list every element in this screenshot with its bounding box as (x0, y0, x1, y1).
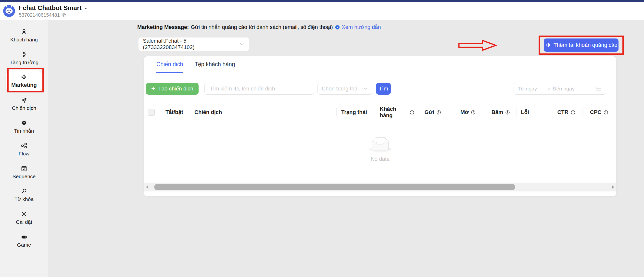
sidebar-item-messages[interactable]: Tin nhắn (0, 115, 48, 138)
info-circle-icon[interactable] (410, 110, 414, 115)
select-all-checkbox[interactable] (148, 109, 155, 116)
horizontal-scrollbar[interactable] (144, 182, 616, 192)
scroll-right-icon[interactable] (612, 185, 614, 189)
col-header-select (144, 106, 159, 119)
info-circle-icon[interactable] (570, 110, 576, 115)
empty-box-icon (368, 137, 392, 152)
col-label: Bấm (492, 109, 503, 116)
empty-text: No data (371, 156, 390, 162)
col-label: CTR (557, 109, 568, 116)
sidebar-item-keywords[interactable]: Từ khóa (0, 184, 48, 206)
chevron-down-icon (363, 86, 368, 91)
annotation-box-add-account: Thêm tài khoản quảng cáo (538, 36, 624, 55)
col-header-cpc: CPC (582, 106, 616, 119)
add-ad-account-button[interactable]: Thêm tài khoản quảng cáo (544, 38, 618, 52)
sidebar-item-label: Sequence (12, 174, 36, 180)
scroll-left-icon[interactable] (146, 185, 148, 189)
sidebar-item-label: Tăng trưởng (10, 60, 38, 66)
guide-link[interactable]: Xem hướng dẫn (335, 24, 381, 30)
sidebar-item-settings[interactable]: Cài đặt (0, 206, 48, 229)
tab-campaigns[interactable]: Chiến dịch (156, 56, 183, 73)
table-header-row: Tắt/bật Chiến dịch Trạng thái Khách hàng… (144, 106, 616, 120)
col-label: Trạng thái (341, 109, 367, 116)
app-window: Fchat Chatbot Smart 537021406154481 (0, 0, 644, 277)
status-select-placeholder: Chọn trạng thái (322, 86, 358, 92)
create-campaign-button[interactable]: + Tạo chiến dịch (146, 83, 198, 94)
info-circle-icon[interactable] (603, 110, 608, 115)
megaphone-icon (21, 74, 28, 80)
search-button[interactable]: Tìm (376, 83, 391, 94)
message-gear-icon (21, 120, 28, 126)
col-header-campaign: Chiến dịch (191, 106, 336, 119)
page-select-value: Salemall.Fchat - 5 (2733322083474102) (143, 38, 239, 50)
person-icon (21, 28, 28, 35)
status-select[interactable]: Chọn trạng thái (318, 83, 372, 94)
magnet-icon (21, 51, 28, 58)
info-circle-icon[interactable] (471, 110, 476, 115)
sidebar-item-label: Khách hàng (10, 37, 38, 43)
send-icon (21, 97, 28, 104)
sidebar-item-campaigns[interactable]: Chiến dịch (0, 92, 48, 115)
col-label: Tắt/bật (166, 109, 183, 116)
copy-icon[interactable] (62, 13, 67, 18)
calendar-check-icon (21, 165, 28, 172)
marketing-message-intro: Marketing Message: Gửi tin nhắn quảng cá… (137, 24, 381, 30)
intro-description: Gửi tin nhắn quảng cáo tới danh sách (em… (191, 24, 333, 30)
sidebar: Khách hàng Tăng trưởng Marketing (0, 20, 48, 277)
main-content: Marketing Message: Gửi tin nhắn quảng cá… (48, 20, 644, 277)
sidebar-item-flow[interactable]: Flow (0, 138, 48, 161)
tab-label: Chiến dịch (156, 61, 183, 68)
col-header-status: Trạng thái (336, 106, 377, 119)
calendar-icon (596, 86, 602, 92)
page-select[interactable]: Salemall.Fchat - 5 (2733322083474102) (138, 37, 249, 51)
plus-icon: + (151, 85, 155, 92)
tab-customer-files[interactable]: Tệp khách hàng (195, 56, 235, 73)
info-circle-icon[interactable] (505, 110, 510, 115)
page-title: Fchat Chatbot Smart (19, 4, 82, 12)
col-header-open: Mở (451, 106, 485, 119)
sidebar-item-game[interactable]: Game (0, 229, 48, 252)
campaigns-toolbar: + Tạo chiến dịch Chọn trạng thái Tìm (146, 83, 614, 94)
date-range-picker[interactable] (514, 83, 606, 94)
annotation-arrow (458, 39, 497, 52)
col-label: Lỗi (516, 109, 529, 116)
col-header-error: Lỗi (516, 106, 550, 119)
campaign-search-input[interactable] (204, 83, 314, 94)
sidebar-item-marketing[interactable]: Marketing (6, 70, 42, 92)
keyword-search-icon (21, 188, 28, 195)
add-ad-account-label: Thêm tài khoản quảng cáo (554, 42, 618, 48)
sidebar-item-label: Chiến dịch (12, 105, 36, 111)
info-circle-icon[interactable] (436, 110, 441, 115)
col-label: CPC (590, 109, 601, 116)
gamepad-icon (21, 234, 28, 240)
top-accent-bar (0, 0, 644, 2)
sidebar-item-customers[interactable]: Khách hàng (0, 24, 48, 47)
sidebar-item-label: Cài đặt (16, 219, 32, 225)
col-label: Gửi (424, 109, 434, 116)
app-logo-robot-icon[interactable] (3, 5, 15, 17)
empty-state: No data (144, 137, 616, 162)
sidebar-item-label: Marketing (11, 82, 37, 88)
col-header-ctr: CTR (550, 106, 582, 119)
date-from-input[interactable] (518, 86, 544, 92)
play-circle-icon (335, 25, 340, 30)
sidebar-item-label: Flow (19, 151, 30, 157)
col-label: Mở (460, 109, 469, 116)
date-to-input[interactable] (552, 86, 579, 92)
guide-link-label: Xem hướng dẫn (342, 24, 381, 30)
create-campaign-label: Tạo chiến dịch (158, 86, 193, 92)
account-title-block: Fchat Chatbot Smart 537021406154481 (19, 4, 88, 18)
flow-icon (21, 142, 28, 149)
caret-down-icon[interactable] (84, 6, 88, 11)
col-label: Khách hàng (380, 106, 408, 119)
sidebar-item-label: Game (17, 242, 31, 248)
col-header-customers: Khách hàng (377, 106, 414, 119)
scrollbar-thumb[interactable] (154, 184, 515, 190)
sidebar-item-sequence[interactable]: Sequence (0, 161, 48, 184)
megaphone-icon (545, 42, 551, 48)
settings-gear-icon (21, 211, 28, 218)
sidebar-item-label: Từ khóa (14, 196, 34, 202)
date-range-arrow-icon (546, 86, 551, 92)
sidebar-item-growth[interactable]: Tăng trưởng (0, 47, 48, 70)
tab-label: Tệp khách hàng (195, 61, 235, 68)
